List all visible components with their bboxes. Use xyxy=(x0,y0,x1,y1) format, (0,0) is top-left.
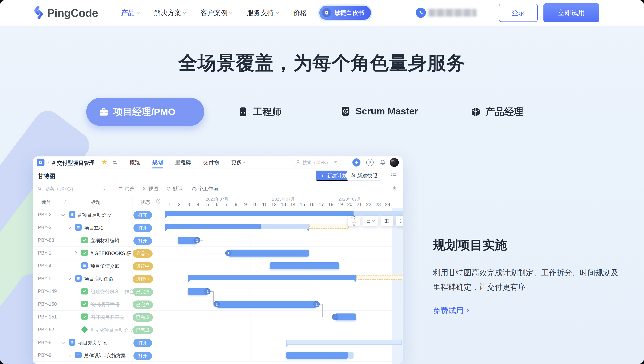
persona-tab-1[interactable]: 工程师 xyxy=(238,106,282,118)
gantt-bar-task[interactable]: 1 xyxy=(178,237,197,244)
chevron-down-icon[interactable] xyxy=(62,341,65,344)
chevron-down-icon[interactable] xyxy=(62,213,65,216)
app-tab-0[interactable]: 概览 xyxy=(130,156,140,168)
sort-icon[interactable] xyxy=(62,199,67,205)
dependency-count-badge: 1 xyxy=(194,237,200,243)
locate-pin-icon[interactable] xyxy=(392,186,397,192)
gantt-bar-task[interactable]: 1 xyxy=(228,250,309,257)
row-title[interactable]: # GEEKBOOKS 极... xyxy=(90,250,136,257)
whitepaper-badge[interactable]: 敏捷白皮书 xyxy=(319,6,371,20)
day-label: 3 xyxy=(184,202,194,207)
column-header-status[interactable]: 状态 xyxy=(140,199,150,206)
row-title[interactable]: 项目启动任命 xyxy=(84,276,113,282)
zoom-level-select[interactable]: 日 xyxy=(362,216,378,226)
global-search-input[interactable]: 搜索（⌘+K） xyxy=(293,158,341,167)
status-badge[interactable]: 已完成 xyxy=(133,313,153,322)
row-title[interactable]: 编制项目章程 xyxy=(90,301,120,308)
summary-notch xyxy=(188,280,190,282)
notifications-bell-icon[interactable] xyxy=(379,158,387,166)
filter-button[interactable]: 筛选 xyxy=(118,183,134,195)
free-trial-link[interactable]: 免费试用 xyxy=(433,305,468,316)
row-title[interactable]: 项目规划阶段 xyxy=(78,340,107,346)
status-badge[interactable]: 打开 xyxy=(134,352,152,360)
app-tab-4[interactable]: 更多 xyxy=(231,156,245,168)
status-badge[interactable]: 打开 xyxy=(134,224,152,232)
day-label: 16 xyxy=(307,202,316,207)
row-title[interactable]: 召开项目开工会 xyxy=(90,314,124,320)
gantt-controls: 今天 日 xyxy=(348,216,403,226)
swap-icon[interactable] xyxy=(112,159,118,166)
chevron-right-icon[interactable] xyxy=(74,251,77,255)
gantt-bar-summary[interactable] xyxy=(165,224,349,229)
chevron-right-icon[interactable] xyxy=(68,353,71,357)
chevron-down-icon[interactable] xyxy=(68,226,71,229)
row-title[interactable]: # 项目启动阶段 xyxy=(78,212,111,218)
status-badge[interactable]: 打开 xyxy=(134,339,152,347)
nav-item-2[interactable]: 客户案例 xyxy=(200,8,232,18)
favorite-star-icon[interactable]: ★ xyxy=(102,158,107,166)
nav-item-1[interactable]: 解决方案 xyxy=(154,8,186,18)
gantt-bar-task[interactable]: 1 xyxy=(335,313,356,320)
login-button[interactable]: 登录 xyxy=(499,4,538,22)
project-switch-icon[interactable] xyxy=(90,159,95,166)
status-badge[interactable]: 进行中 xyxy=(133,262,153,270)
persona-tab-3[interactable]: 产品经理 xyxy=(470,106,523,118)
trial-button[interactable]: 立即试用 xyxy=(544,3,599,22)
gantt-bar-task[interactable] xyxy=(270,262,339,269)
nav-item-0[interactable]: 产品 xyxy=(121,8,140,18)
day-label: 22 xyxy=(364,202,374,207)
row-title[interactable]: 总体设计=实施方案（... xyxy=(84,352,133,359)
column-settings-icon[interactable] xyxy=(156,198,161,205)
default-view-button[interactable]: 默认 xyxy=(166,183,183,195)
search-expand-chevron-icon[interactable] xyxy=(102,187,106,191)
persona-tab-0[interactable]: 项目经理/PMO xyxy=(86,98,204,126)
nav-item-3[interactable]: 服务支持 xyxy=(247,8,279,18)
gantt-bar-summary[interactable] xyxy=(188,275,403,280)
gantt-bar-summary[interactable] xyxy=(165,211,403,216)
today-button[interactable]: 今天 xyxy=(348,216,360,226)
help-icon[interactable]: ? xyxy=(366,159,374,166)
milestone-diamond xyxy=(81,326,88,333)
row-title[interactable]: 立项材料编辑 xyxy=(90,237,120,244)
user-avatar[interactable] xyxy=(390,158,399,167)
row-title[interactable]: 组建交付群和工作台 xyxy=(90,288,134,295)
day-label: 7 xyxy=(222,202,231,207)
status-badge[interactable]: 产品... xyxy=(133,249,152,258)
row-title[interactable]: # 完成项目启动阶段... xyxy=(90,327,137,333)
row-id: PBY-151 xyxy=(38,314,57,320)
nav-item-4[interactable]: 价格 xyxy=(294,8,307,18)
view-list-icon[interactable] xyxy=(390,172,397,180)
bar-segment-solid xyxy=(188,275,356,280)
row-title[interactable]: 项目澄清交底 xyxy=(90,263,120,269)
split-view-button[interactable] xyxy=(380,216,393,226)
persona-tab-2[interactable]: Scrum Master xyxy=(340,106,418,117)
chevron-down-icon[interactable] xyxy=(68,277,71,280)
status-badge[interactable]: 进行中 xyxy=(133,275,153,283)
row-status: 打开 xyxy=(132,224,153,232)
gantt-bar-task[interactable]: 1 xyxy=(188,288,208,295)
status-badge[interactable]: 打开 xyxy=(134,211,152,219)
new-snapshot-button[interactable]: 新建快照 xyxy=(346,170,381,181)
column-header-title[interactable]: 标题 xyxy=(91,199,100,206)
project-folder-icon[interactable] xyxy=(37,158,44,166)
column-header-id[interactable]: 编号 xyxy=(42,199,51,206)
status-badge[interactable]: 已完成 xyxy=(133,326,153,334)
fullscreen-button[interactable] xyxy=(396,216,403,226)
app-tab-2[interactable]: 里程碑 xyxy=(175,156,191,168)
app-tab-1[interactable]: 规划 xyxy=(152,156,163,168)
pingcode-logo[interactable]: PingCode xyxy=(32,5,98,20)
app-tab-label: 规划 xyxy=(152,156,163,168)
app-tab-3[interactable]: 交付物 xyxy=(203,156,219,168)
breadcrumb-project[interactable]: # 交付型项目管理 xyxy=(52,159,94,167)
status-badge[interactable]: 已完成 xyxy=(133,288,153,296)
row-title[interactable]: 项目立项 xyxy=(84,225,104,231)
gantt-bar-planned[interactable] xyxy=(286,340,402,345)
gantt-bar-task[interactable] xyxy=(286,352,354,359)
view-settings-button[interactable]: 视图 xyxy=(142,183,158,195)
app-tab-label: 交付物 xyxy=(203,156,219,168)
create-button[interactable]: + xyxy=(352,158,360,166)
status-badge[interactable]: 打开 xyxy=(134,237,152,245)
status-badge[interactable]: 已完成 xyxy=(133,300,153,309)
gantt-search-input[interactable]: 搜索（⌘+G） xyxy=(38,183,76,195)
gantt-bar-task[interactable]: 11 xyxy=(216,301,316,308)
